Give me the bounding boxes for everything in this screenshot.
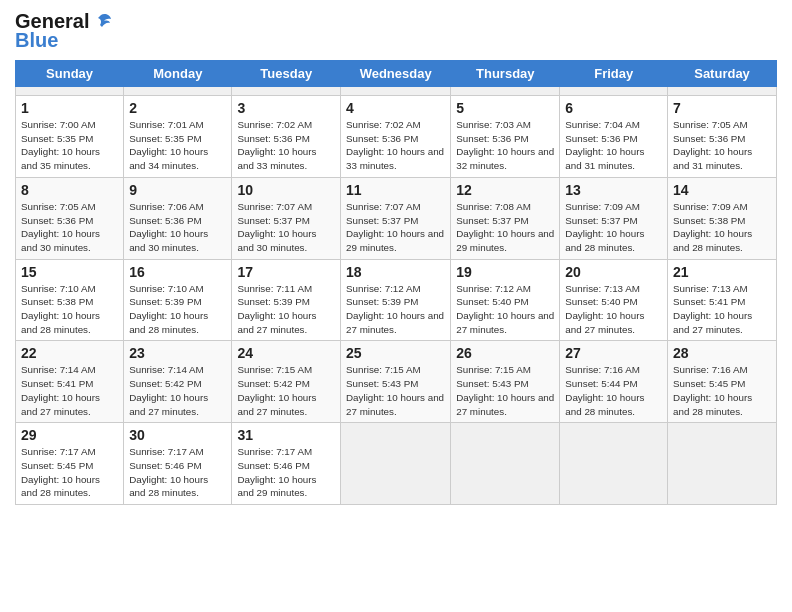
day-info: Sunrise: 7:02 AMSunset: 5:36 PMDaylight:… xyxy=(346,118,445,173)
header: General Blue xyxy=(15,10,777,52)
day-info: Sunrise: 7:05 AMSunset: 5:36 PMDaylight:… xyxy=(673,118,771,173)
weekday-header-wednesday: Wednesday xyxy=(341,61,451,87)
calendar-cell: 10Sunrise: 7:07 AMSunset: 5:37 PMDayligh… xyxy=(232,177,341,259)
calendar-cell: 13Sunrise: 7:09 AMSunset: 5:37 PMDayligh… xyxy=(560,177,668,259)
calendar-cell: 27Sunrise: 7:16 AMSunset: 5:44 PMDayligh… xyxy=(560,341,668,423)
day-number: 6 xyxy=(565,100,662,116)
calendar-cell: 5Sunrise: 7:03 AMSunset: 5:36 PMDaylight… xyxy=(451,96,560,178)
day-info: Sunrise: 7:15 AMSunset: 5:43 PMDaylight:… xyxy=(346,363,445,418)
day-info: Sunrise: 7:02 AMSunset: 5:36 PMDaylight:… xyxy=(237,118,335,173)
day-info: Sunrise: 7:15 AMSunset: 5:43 PMDaylight:… xyxy=(456,363,554,418)
calendar-cell: 25Sunrise: 7:15 AMSunset: 5:43 PMDayligh… xyxy=(341,341,451,423)
day-info: Sunrise: 7:08 AMSunset: 5:37 PMDaylight:… xyxy=(456,200,554,255)
day-number: 15 xyxy=(21,264,118,280)
calendar-cell: 14Sunrise: 7:09 AMSunset: 5:38 PMDayligh… xyxy=(668,177,777,259)
calendar-cell: 21Sunrise: 7:13 AMSunset: 5:41 PMDayligh… xyxy=(668,259,777,341)
calendar-cell: 2Sunrise: 7:01 AMSunset: 5:35 PMDaylight… xyxy=(124,96,232,178)
day-info: Sunrise: 7:06 AMSunset: 5:36 PMDaylight:… xyxy=(129,200,226,255)
calendar-cell xyxy=(451,87,560,96)
day-number: 14 xyxy=(673,182,771,198)
calendar-cell: 15Sunrise: 7:10 AMSunset: 5:38 PMDayligh… xyxy=(16,259,124,341)
calendar-cell xyxy=(341,87,451,96)
calendar-cell xyxy=(668,87,777,96)
day-info: Sunrise: 7:17 AMSunset: 5:46 PMDaylight:… xyxy=(237,445,335,500)
day-number: 4 xyxy=(346,100,445,116)
day-info: Sunrise: 7:04 AMSunset: 5:36 PMDaylight:… xyxy=(565,118,662,173)
day-info: Sunrise: 7:01 AMSunset: 5:35 PMDaylight:… xyxy=(129,118,226,173)
day-number: 23 xyxy=(129,345,226,361)
day-info: Sunrise: 7:13 AMSunset: 5:40 PMDaylight:… xyxy=(565,282,662,337)
calendar-cell: 28Sunrise: 7:16 AMSunset: 5:45 PMDayligh… xyxy=(668,341,777,423)
calendar-table: SundayMondayTuesdayWednesdayThursdayFrid… xyxy=(15,60,777,505)
day-number: 17 xyxy=(237,264,335,280)
calendar-cell: 16Sunrise: 7:10 AMSunset: 5:39 PMDayligh… xyxy=(124,259,232,341)
day-info: Sunrise: 7:11 AMSunset: 5:39 PMDaylight:… xyxy=(237,282,335,337)
calendar-cell xyxy=(560,423,668,505)
calendar-cell: 8Sunrise: 7:05 AMSunset: 5:36 PMDaylight… xyxy=(16,177,124,259)
day-info: Sunrise: 7:03 AMSunset: 5:36 PMDaylight:… xyxy=(456,118,554,173)
day-number: 9 xyxy=(129,182,226,198)
calendar-cell: 11Sunrise: 7:07 AMSunset: 5:37 PMDayligh… xyxy=(341,177,451,259)
day-number: 26 xyxy=(456,345,554,361)
page-container: General Blue SundayMondayTuesdayWednesda… xyxy=(0,0,792,515)
calendar-cell: 7Sunrise: 7:05 AMSunset: 5:36 PMDaylight… xyxy=(668,96,777,178)
calendar-cell: 22Sunrise: 7:14 AMSunset: 5:41 PMDayligh… xyxy=(16,341,124,423)
day-number: 29 xyxy=(21,427,118,443)
day-number: 12 xyxy=(456,182,554,198)
calendar-cell: 1Sunrise: 7:00 AMSunset: 5:35 PMDaylight… xyxy=(16,96,124,178)
calendar-cell: 18Sunrise: 7:12 AMSunset: 5:39 PMDayligh… xyxy=(341,259,451,341)
calendar-cell: 19Sunrise: 7:12 AMSunset: 5:40 PMDayligh… xyxy=(451,259,560,341)
day-number: 16 xyxy=(129,264,226,280)
day-number: 3 xyxy=(237,100,335,116)
day-number: 1 xyxy=(21,100,118,116)
weekday-header-tuesday: Tuesday xyxy=(232,61,341,87)
day-info: Sunrise: 7:17 AMSunset: 5:46 PMDaylight:… xyxy=(129,445,226,500)
weekday-header-monday: Monday xyxy=(124,61,232,87)
calendar-cell: 31Sunrise: 7:17 AMSunset: 5:46 PMDayligh… xyxy=(232,423,341,505)
day-info: Sunrise: 7:17 AMSunset: 5:45 PMDaylight:… xyxy=(21,445,118,500)
calendar-cell: 29Sunrise: 7:17 AMSunset: 5:45 PMDayligh… xyxy=(16,423,124,505)
day-info: Sunrise: 7:15 AMSunset: 5:42 PMDaylight:… xyxy=(237,363,335,418)
weekday-header-saturday: Saturday xyxy=(668,61,777,87)
calendar-cell: 20Sunrise: 7:13 AMSunset: 5:40 PMDayligh… xyxy=(560,259,668,341)
day-info: Sunrise: 7:07 AMSunset: 5:37 PMDaylight:… xyxy=(346,200,445,255)
day-number: 10 xyxy=(237,182,335,198)
calendar-cell xyxy=(341,423,451,505)
weekday-header-thursday: Thursday xyxy=(451,61,560,87)
calendar-cell xyxy=(16,87,124,96)
calendar-cell: 24Sunrise: 7:15 AMSunset: 5:42 PMDayligh… xyxy=(232,341,341,423)
day-number: 8 xyxy=(21,182,118,198)
calendar-cell xyxy=(668,423,777,505)
calendar-cell xyxy=(124,87,232,96)
day-number: 30 xyxy=(129,427,226,443)
day-number: 13 xyxy=(565,182,662,198)
day-number: 21 xyxy=(673,264,771,280)
day-number: 20 xyxy=(565,264,662,280)
calendar-cell: 26Sunrise: 7:15 AMSunset: 5:43 PMDayligh… xyxy=(451,341,560,423)
calendar-cell: 17Sunrise: 7:11 AMSunset: 5:39 PMDayligh… xyxy=(232,259,341,341)
weekday-header-sunday: Sunday xyxy=(16,61,124,87)
calendar-cell: 4Sunrise: 7:02 AMSunset: 5:36 PMDaylight… xyxy=(341,96,451,178)
day-info: Sunrise: 7:09 AMSunset: 5:38 PMDaylight:… xyxy=(673,200,771,255)
calendar-cell: 3Sunrise: 7:02 AMSunset: 5:36 PMDaylight… xyxy=(232,96,341,178)
calendar-cell xyxy=(232,87,341,96)
logo: General Blue xyxy=(15,10,112,52)
day-info: Sunrise: 7:13 AMSunset: 5:41 PMDaylight:… xyxy=(673,282,771,337)
calendar-cell: 12Sunrise: 7:08 AMSunset: 5:37 PMDayligh… xyxy=(451,177,560,259)
calendar-cell: 30Sunrise: 7:17 AMSunset: 5:46 PMDayligh… xyxy=(124,423,232,505)
day-info: Sunrise: 7:10 AMSunset: 5:38 PMDaylight:… xyxy=(21,282,118,337)
day-number: 27 xyxy=(565,345,662,361)
day-info: Sunrise: 7:00 AMSunset: 5:35 PMDaylight:… xyxy=(21,118,118,173)
day-info: Sunrise: 7:12 AMSunset: 5:39 PMDaylight:… xyxy=(346,282,445,337)
calendar-cell xyxy=(560,87,668,96)
calendar-cell: 9Sunrise: 7:06 AMSunset: 5:36 PMDaylight… xyxy=(124,177,232,259)
day-number: 5 xyxy=(456,100,554,116)
calendar-cell: 6Sunrise: 7:04 AMSunset: 5:36 PMDaylight… xyxy=(560,96,668,178)
weekday-header-friday: Friday xyxy=(560,61,668,87)
day-info: Sunrise: 7:16 AMSunset: 5:45 PMDaylight:… xyxy=(673,363,771,418)
day-number: 24 xyxy=(237,345,335,361)
calendar-cell: 23Sunrise: 7:14 AMSunset: 5:42 PMDayligh… xyxy=(124,341,232,423)
logo-bird-icon xyxy=(90,11,112,33)
day-number: 18 xyxy=(346,264,445,280)
day-info: Sunrise: 7:16 AMSunset: 5:44 PMDaylight:… xyxy=(565,363,662,418)
